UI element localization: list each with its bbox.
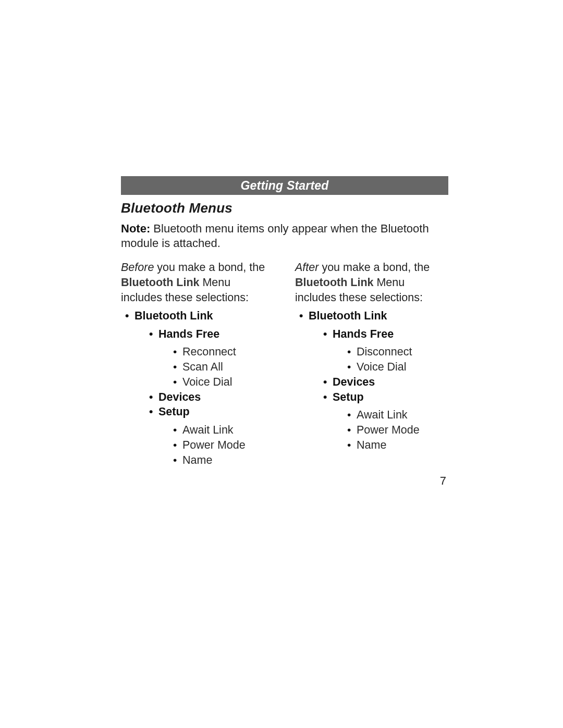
after-setup-item: Await Link bbox=[343, 408, 448, 423]
after-setup-item-label: Power Mode bbox=[357, 424, 420, 436]
before-setup: Setup Await Link Power Mode Name bbox=[145, 404, 274, 467]
before-hf-item: Reconnect bbox=[169, 344, 274, 360]
after-root-label: Bluetooth Link bbox=[309, 310, 387, 322]
header-title: Getting Started bbox=[240, 179, 328, 193]
after-setup-item-label: Await Link bbox=[357, 409, 408, 421]
before-hf-item: Scan All bbox=[169, 360, 274, 375]
before-setup-item: Name bbox=[169, 453, 274, 468]
before-hf-item: Voice Dial bbox=[169, 375, 274, 390]
after-hf-item: Disconnect bbox=[343, 344, 448, 360]
after-rest: you make a bond, the bbox=[319, 261, 430, 274]
two-column-layout: Before you make a bond, the Bluetooth Li… bbox=[121, 260, 448, 467]
after-devices-label: Devices bbox=[333, 376, 375, 388]
after-menu-name: Bluetooth Link bbox=[295, 276, 373, 289]
after-setup-item: Power Mode bbox=[343, 423, 448, 438]
after-hf-item-label: Voice Dial bbox=[357, 361, 407, 373]
after-setup-label: Setup bbox=[333, 391, 364, 403]
before-menu-tree: Bluetooth Link Hands Free Reconnect Scan… bbox=[121, 309, 274, 468]
after-root: Bluetooth Link Hands Free Disconnect Voi… bbox=[295, 309, 448, 453]
before-rest: you make a bond, the bbox=[154, 261, 265, 274]
before-hf-item-label: Scan All bbox=[182, 361, 223, 373]
before-setup-item-label: Name bbox=[182, 454, 212, 466]
after-devices: Devices bbox=[319, 375, 448, 390]
after-intro: After you make a bond, the Bluetooth Lin… bbox=[295, 260, 448, 305]
before-hf-item-label: Voice Dial bbox=[182, 376, 232, 388]
before-setup-item-label: Await Link bbox=[182, 424, 234, 436]
after-setup-item-label: Name bbox=[357, 439, 386, 451]
before-devices-label: Devices bbox=[158, 391, 201, 403]
before-hf-item-label: Reconnect bbox=[182, 346, 236, 358]
before-setup-item-label: Power Mode bbox=[182, 439, 246, 451]
before-intro: Before you make a bond, the Bluetooth Li… bbox=[121, 260, 274, 305]
before-devices: Devices bbox=[145, 390, 274, 405]
after-menu-tree: Bluetooth Link Hands Free Disconnect Voi… bbox=[295, 309, 448, 453]
section-title: Bluetooth Menus bbox=[121, 200, 448, 216]
after-handsfree: Hands Free Disconnect Voice Dial bbox=[319, 327, 448, 375]
before-root: Bluetooth Link Hands Free Reconnect Scan… bbox=[121, 309, 274, 468]
before-setup-item: Power Mode bbox=[169, 438, 274, 453]
before-menu-name: Bluetooth Link bbox=[121, 276, 199, 289]
after-hf-item-label: Disconnect bbox=[357, 346, 412, 358]
note-paragraph: Note: Bluetooth menu items only appear w… bbox=[121, 221, 448, 251]
note-label: Note: bbox=[121, 222, 150, 235]
before-emphasis: Before bbox=[121, 261, 154, 274]
before-root-label: Bluetooth Link bbox=[134, 310, 213, 322]
before-column: Before you make a bond, the Bluetooth Li… bbox=[121, 260, 274, 467]
page-number: 7 bbox=[440, 474, 446, 488]
after-setup: Setup Await Link Power Mode Name bbox=[319, 390, 448, 453]
after-emphasis: After bbox=[295, 261, 319, 274]
before-setup-item: Await Link bbox=[169, 423, 274, 438]
page: Getting Started Bluetooth Menus Note: Bl… bbox=[0, 0, 563, 728]
after-setup-item: Name bbox=[343, 438, 448, 453]
content-block: Getting Started Bluetooth Menus Note: Bl… bbox=[121, 176, 448, 468]
after-hf-item: Voice Dial bbox=[343, 360, 448, 375]
before-handsfree: Hands Free Reconnect Scan All Voice Dial bbox=[145, 327, 274, 390]
note-text: Bluetooth menu items only appear when th… bbox=[121, 222, 429, 250]
after-column: After you make a bond, the Bluetooth Lin… bbox=[295, 260, 448, 467]
before-handsfree-label: Hands Free bbox=[158, 328, 219, 340]
header-bar: Getting Started bbox=[121, 176, 448, 195]
after-handsfree-label: Hands Free bbox=[333, 328, 394, 340]
before-setup-label: Setup bbox=[158, 405, 190, 418]
